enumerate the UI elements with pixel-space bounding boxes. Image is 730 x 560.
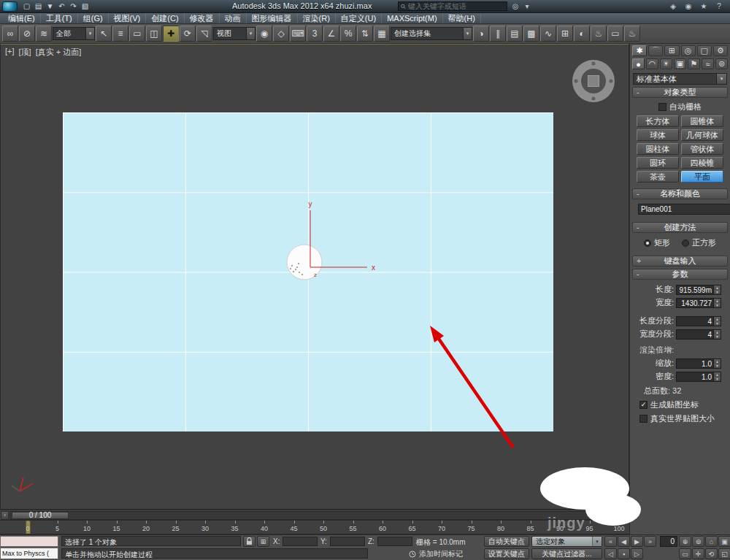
- helpers-subtab[interactable]: ⚑: [688, 58, 700, 69]
- autogrid-row[interactable]: 自动栅格: [634, 100, 726, 115]
- space-warps-subtab[interactable]: ≈: [702, 58, 714, 69]
- keyboard-shortcut-override-icon[interactable]: ⌨: [290, 26, 306, 42]
- lights-subtab[interactable]: ☀: [660, 58, 672, 69]
- time-tag[interactable]: 添加时间标记: [409, 549, 463, 559]
- search-go-icon[interactable]: ◎: [510, 1, 520, 11]
- select-and-scale-icon[interactable]: ◹: [196, 26, 212, 42]
- communication-center-icon[interactable]: ◉: [683, 1, 694, 11]
- menu-item[interactable]: 组(G): [78, 13, 109, 23]
- object-type-button[interactable]: 平面: [681, 171, 723, 183]
- spinner-down-icon[interactable]: ▼: [714, 364, 721, 368]
- z-coord-field[interactable]: [377, 537, 412, 546]
- modify-tab[interactable]: ⌒: [648, 45, 663, 56]
- rendered-frame-window-icon[interactable]: ▭: [607, 26, 623, 42]
- category-dropdown[interactable]: 标准基本体 ▾: [633, 73, 727, 85]
- angle-snap-icon[interactable]: ∠: [323, 26, 339, 42]
- new-scene-icon[interactable]: ▢: [22, 1, 31, 11]
- graphite-modeling-icon[interactable]: ▩: [523, 26, 539, 42]
- spinner-down-icon[interactable]: ▼: [714, 334, 721, 339]
- parameter-checkbox[interactable]: 真实世界贴图大小: [639, 413, 726, 424]
- menu-item[interactable]: 图形编辑器: [247, 13, 298, 23]
- save-file-icon[interactable]: ▼: [45, 1, 55, 11]
- viewport-menu-shading[interactable]: [真实 + 边面]: [36, 47, 82, 58]
- spinner-field[interactable]: 1.0▲▼: [676, 358, 721, 369]
- rollout-header-object-type[interactable]: - 对象类型: [632, 87, 728, 98]
- zoom-extents-icon[interactable]: ⌂: [705, 536, 718, 547]
- search-input[interactable]: [408, 2, 504, 10]
- help-icon[interactable]: ?: [714, 1, 724, 11]
- menu-item[interactable]: MAXScript(M): [382, 13, 442, 23]
- orbit-icon[interactable]: ⟲: [705, 548, 718, 559]
- material-editor-icon[interactable]: ◐: [574, 26, 590, 42]
- object-type-button[interactable]: 球体: [637, 129, 679, 141]
- select-by-name-icon[interactable]: ≡: [112, 26, 128, 42]
- object-type-button[interactable]: 圆柱体: [637, 143, 679, 155]
- layer-manager-icon[interactable]: ▤: [507, 26, 523, 42]
- y-coord-field[interactable]: [330, 537, 365, 546]
- current-frame-field[interactable]: 0: [660, 536, 677, 547]
- set-key-button[interactable]: 设置关键点: [484, 548, 529, 559]
- spinner-down-icon[interactable]: ▼: [714, 290, 721, 294]
- menu-item[interactable]: 修改器: [185, 13, 220, 23]
- schematic-view-icon[interactable]: ⊞: [557, 26, 573, 42]
- subscription-center-icon[interactable]: ◈: [668, 1, 678, 11]
- key-toggle-button[interactable]: ▪: [618, 548, 630, 559]
- open-file-icon[interactable]: ▤: [34, 1, 43, 11]
- time-slider-handle[interactable]: 0 / 100: [12, 512, 69, 519]
- motion-tab[interactable]: ◎: [681, 45, 696, 56]
- viewport-top[interactable]: [+] [顶] [真实 + 边面]: [0, 44, 629, 510]
- x-coord-field[interactable]: [283, 537, 318, 546]
- spinner-arrows[interactable]: ▲▼: [713, 372, 721, 381]
- menu-item[interactable]: 编辑(E): [3, 13, 41, 23]
- select-and-link-icon[interactable]: ∞: [2, 26, 18, 42]
- time-slider-prev-button[interactable]: ‹: [1, 511, 9, 520]
- systems-subtab[interactable]: ⊚: [715, 58, 728, 69]
- spinner-field[interactable]: 1430.727▲▼: [676, 298, 721, 308]
- spinner-arrows[interactable]: ▲▼: [713, 330, 721, 339]
- select-and-rotate-icon[interactable]: ⟳: [180, 26, 196, 42]
- menu-item[interactable]: 帮助(H): [443, 13, 481, 23]
- menu-item[interactable]: 动画: [220, 13, 247, 23]
- previous-key-button[interactable]: ◁: [604, 548, 617, 559]
- next-key-button[interactable]: ▷: [631, 548, 643, 559]
- track-bar[interactable]: 0510152025303540455055606570758085909510…: [0, 520, 629, 534]
- maximize-viewport-toggle-icon[interactable]: ◱: [718, 548, 730, 559]
- rollout-header-creation-method[interactable]: - 创建方法: [632, 222, 728, 233]
- spinner-down-icon[interactable]: ▼: [714, 377, 721, 381]
- select-object-icon[interactable]: ↖: [96, 26, 112, 42]
- autogrid-checkbox[interactable]: [658, 103, 666, 111]
- maxscript-mini-listener[interactable]: [0, 536, 58, 547]
- object-type-button[interactable]: 长方体: [637, 115, 679, 127]
- dropdown-arrow-icon[interactable]: ▾: [85, 28, 94, 39]
- dropdown-arrow-icon[interactable]: ▾: [463, 28, 472, 39]
- menu-item[interactable]: 创建(C): [146, 13, 184, 23]
- bind-to-space-warp-icon[interactable]: ≋: [36, 26, 52, 42]
- previous-frame-button[interactable]: ◀: [618, 536, 630, 547]
- object-type-button[interactable]: 管状体: [681, 143, 723, 155]
- object-type-button[interactable]: 茶壶: [637, 171, 679, 183]
- dropdown-arrow-icon[interactable]: ▾: [592, 537, 602, 546]
- maxscript-listener-line[interactable]: Max to Physcs (: [0, 548, 58, 559]
- mirror-icon[interactable]: ◑: [473, 26, 489, 42]
- object-type-button[interactable]: 圆锥体: [681, 115, 723, 127]
- spinner-field[interactable]: 915.599m▲▼: [676, 285, 721, 295]
- key-filters-button[interactable]: 关键点过滤器...: [531, 548, 602, 559]
- hierarchy-tab[interactable]: ⊞: [664, 45, 679, 56]
- edit-named-selection-sets-icon[interactable]: ▦: [374, 26, 390, 42]
- time-slider-track[interactable]: 0 / 100: [9, 511, 620, 520]
- menu-item[interactable]: 自定义(U): [336, 13, 382, 23]
- render-setup-icon[interactable]: ♨: [591, 26, 607, 42]
- goto-end-button[interactable]: »: [644, 536, 656, 547]
- rollout-header-parameters[interactable]: - 参数: [632, 269, 728, 280]
- select-and-move-icon[interactable]: ✚: [163, 26, 179, 42]
- pan-view-icon[interactable]: ✛: [692, 548, 704, 559]
- zoom-all-icon[interactable]: ⊚: [692, 536, 704, 547]
- app-logo[interactable]: [2, 1, 18, 12]
- parameter-checkbox[interactable]: ✓生成贴图坐标: [639, 399, 726, 410]
- window-crossing-icon[interactable]: ◫: [146, 26, 162, 42]
- creation-method-option[interactable]: 正方形: [682, 237, 716, 248]
- search-box[interactable]: [398, 1, 507, 11]
- object-type-button[interactable]: 四棱锥: [681, 157, 723, 169]
- create-tab[interactable]: ✱: [632, 45, 647, 56]
- named-selection-sets-dropdown[interactable]: 创建选择集▾: [391, 27, 472, 40]
